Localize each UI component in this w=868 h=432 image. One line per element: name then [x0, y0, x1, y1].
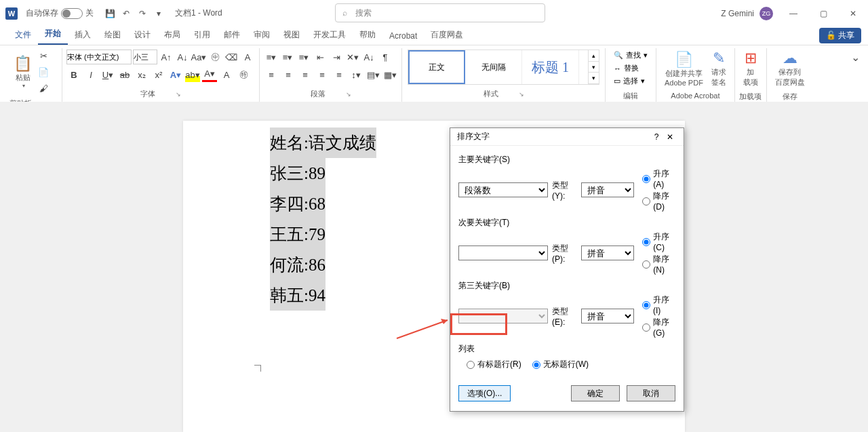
autosave-toggle[interactable]: 自动保存 关 [26, 7, 94, 19]
style-heading1[interactable]: 标题 1 [522, 50, 579, 84]
redo-icon[interactable]: ↷ [134, 5, 151, 22]
tab-layout[interactable]: 布局 [157, 25, 187, 45]
header-row-radio[interactable]: 有标题行(R) [467, 359, 521, 370]
user-info[interactable]: Z Gemini ZG [721, 7, 773, 20]
maximize-button[interactable]: ▢ [808, 0, 838, 26]
toggle-switch[interactable] [61, 8, 83, 19]
cancel-button[interactable]: 取消 [627, 385, 675, 401]
text-line[interactable]: 李四:68 [270, 189, 326, 219]
tab-design[interactable]: 设计 [127, 25, 157, 45]
document-content[interactable]: 姓名:语文成绩 张三:89 李四:68 王五:79 何流:86 韩五:94 [270, 127, 376, 311]
paste-button[interactable]: 📋 粘贴 ▾ [9, 48, 36, 96]
text-effects-icon[interactable]: A▾ [168, 67, 183, 82]
dialog-titlebar[interactable]: 排序文字 ? ✕ [450, 128, 684, 146]
ok-button[interactable]: 确定 [571, 385, 620, 401]
asc-c-radio[interactable]: 升序(C) [642, 231, 675, 252]
third-type-select[interactable]: 拼音 [581, 309, 634, 323]
save-baidu-button[interactable]: ☁ 保存到 百度网盘 [771, 48, 809, 89]
tab-baidu[interactable]: 百度网盘 [424, 25, 470, 45]
align-center-icon[interactable]: ≡ [281, 67, 296, 82]
dialog-close-icon[interactable]: ✕ [663, 132, 677, 142]
undo-icon[interactable]: ↶ [118, 5, 134, 22]
tab-draw[interactable]: 绘图 [98, 25, 127, 45]
secondary-field-select[interactable] [458, 246, 548, 260]
close-button[interactable]: ✕ [838, 0, 868, 26]
tab-view[interactable]: 视图 [277, 25, 307, 45]
minimize-button[interactable]: — [778, 0, 808, 26]
bold-icon[interactable]: B [66, 67, 81, 82]
bullets-icon[interactable]: ≡▾ [264, 50, 279, 64]
tab-acrobat[interactable]: Acrobat [382, 27, 424, 45]
shading-icon[interactable]: ▤▾ [366, 67, 380, 82]
grow-font-icon[interactable]: A↑ [159, 50, 174, 64]
create-pdf-button[interactable]: 📄 创建并共享 Adobe PDF [660, 48, 707, 89]
numbering-icon[interactable]: ≡▾ [280, 50, 295, 64]
align-right-icon[interactable]: ≡ [298, 67, 313, 82]
tab-help[interactable]: 帮助 [353, 25, 382, 45]
text-line[interactable]: 姓名:语文成绩 [270, 127, 376, 158]
text-direction-icon[interactable]: ✕▾ [345, 50, 360, 64]
style-nospacing[interactable]: 无间隔 [465, 50, 522, 84]
asc-a-radio[interactable]: 升序(A) [642, 168, 675, 189]
desc-g-radio[interactable]: 降序(G) [642, 317, 675, 338]
sort-icon[interactable]: A↓ [361, 50, 376, 64]
tab-file[interactable]: 文件 [8, 25, 38, 45]
asc-i-radio[interactable]: 升序(I) [642, 294, 675, 315]
format-painter-icon[interactable]: 🖌 [36, 81, 51, 96]
tab-review[interactable]: 审阅 [247, 25, 277, 45]
replace-button[interactable]: ↔ 替换 [614, 62, 648, 74]
copy-icon[interactable]: 📄 [36, 64, 51, 79]
styles-launcher-icon[interactable]: ↘ [519, 91, 524, 98]
superscript-icon[interactable]: x² [151, 67, 166, 82]
dec-indent-icon[interactable]: ⇤ [313, 50, 328, 64]
gallery-more-icon[interactable]: ▾ [588, 73, 599, 84]
select-button[interactable]: ▭ 选择 ▾ [614, 75, 648, 87]
share-button[interactable]: 🔓 共享 [819, 28, 861, 43]
request-sign-button[interactable]: ✎ 请求 签名 [707, 48, 730, 89]
paragraph-launcher-icon[interactable]: ↘ [346, 91, 351, 98]
tab-mailings[interactable]: 邮件 [217, 25, 247, 45]
primary-type-select[interactable]: 拼音 [581, 182, 634, 197]
save-icon[interactable]: 💾 [102, 5, 118, 22]
font-launcher-icon[interactable]: ↘ [176, 91, 181, 98]
tab-developer[interactable]: 开发工具 [307, 25, 353, 45]
font-size-select[interactable] [133, 50, 157, 64]
font-color-icon[interactable]: A▾ [202, 67, 217, 82]
align-left-icon[interactable]: ≡ [264, 67, 279, 82]
style-normal[interactable]: 正文 [408, 50, 465, 84]
inc-indent-icon[interactable]: ⇥ [329, 50, 344, 64]
no-header-row-radio[interactable]: 无标题行(W) [532, 359, 589, 370]
cut-icon[interactable]: ✂ [36, 48, 51, 63]
shrink-font-icon[interactable]: A↓ [175, 50, 190, 64]
gallery-up-icon[interactable]: ▴ [588, 50, 599, 62]
enclose-icon[interactable]: ㊕ [236, 67, 251, 82]
text-line[interactable]: 韩五:94 [270, 280, 326, 311]
char-border-icon[interactable]: A [240, 50, 255, 64]
underline-icon[interactable]: U▾ [100, 67, 115, 82]
primary-field-select[interactable]: 段落数 [458, 182, 548, 197]
tab-references[interactable]: 引用 [187, 25, 217, 45]
highlight-icon[interactable]: ab▾ [185, 67, 200, 82]
char-shading-icon[interactable]: A [219, 67, 234, 82]
options-button[interactable]: 选项(O)... [458, 385, 511, 401]
tab-insert[interactable]: 插入 [68, 25, 98, 45]
italic-icon[interactable]: I [83, 67, 98, 82]
change-case-icon[interactable]: Aa▾ [191, 50, 206, 64]
addins-button[interactable]: ⊞ 加 载项 [739, 48, 762, 89]
phonetic-icon[interactable]: ㊥ [208, 50, 222, 64]
subscript-icon[interactable]: x₂ [134, 67, 149, 82]
secondary-type-select[interactable]: 拼音 [581, 246, 634, 260]
gallery-down-icon[interactable]: ▾ [588, 62, 599, 73]
text-line[interactable]: 何流:86 [270, 250, 326, 280]
borders-icon[interactable]: ▦▾ [382, 67, 397, 82]
desc-n-radio[interactable]: 降序(N) [642, 254, 675, 275]
find-button[interactable]: 🔍 查找 ▾ [614, 50, 648, 61]
clear-format-icon[interactable]: ⌫ [224, 50, 239, 64]
multilevel-icon[interactable]: ≡▾ [296, 50, 311, 64]
qat-dropdown-icon[interactable]: ▾ [151, 5, 167, 22]
desc-d-radio[interactable]: 降序(D) [642, 191, 675, 212]
align-dist-icon[interactable]: ≡ [332, 67, 347, 82]
collapse-ribbon-icon[interactable]: ⌄ [848, 48, 863, 102]
line-spacing-icon[interactable]: ↕▾ [349, 67, 363, 82]
third-field-select[interactable] [458, 309, 548, 323]
